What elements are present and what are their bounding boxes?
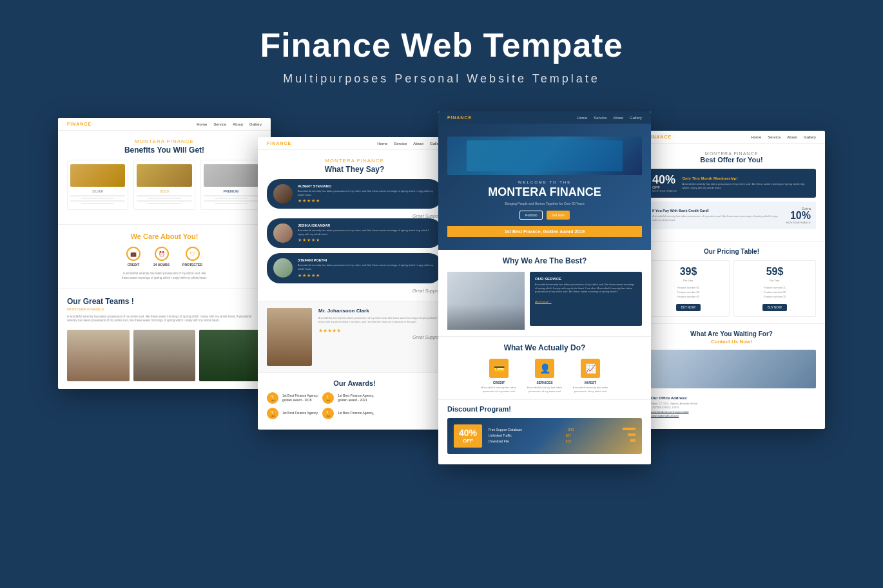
mock3-wedo-heading: What We Actually Do? bbox=[447, 343, 642, 352]
mock2-text-3: A wonderful serenity has taken possessio… bbox=[298, 263, 436, 270]
mock3-service-link[interactable]: More Detail → bbox=[535, 300, 552, 303]
mock3-subtitle: Bringing People and Homes Together for O… bbox=[447, 202, 642, 205]
mock3-discount-bar-2 bbox=[628, 433, 636, 436]
mock1-teams-heading: Our Great Teams ! bbox=[67, 297, 262, 306]
mock4-price-2: 59$ bbox=[739, 266, 810, 278]
mock2-profile-stars: ★★★★★ bbox=[318, 328, 442, 334]
mock1-care-hours: ⏰ 24 HOURS bbox=[153, 247, 170, 267]
mock2-award-3-text: 1st Best Finance Agency, bbox=[282, 411, 318, 415]
mock4-contact-sub: Contact Us Now! bbox=[647, 339, 816, 345]
mock4-buy-btn-1[interactable]: BUY NOW! bbox=[676, 304, 701, 311]
mock4-nav-about[interactable]: About bbox=[787, 135, 797, 139]
invest-box-icon: 📈 bbox=[581, 359, 600, 378]
mock3-credit-text: A wonderful serenity has taken possessio… bbox=[481, 386, 517, 393]
mock3-nav-links: Home Service About Gallery bbox=[577, 116, 642, 120]
mock3-nav-about[interactable]: About bbox=[613, 116, 623, 120]
mock1-benefit-silver: SILVER bbox=[67, 160, 128, 210]
mock1-nav-service[interactable]: Service bbox=[213, 122, 226, 126]
hours-icon: ⏰ bbox=[155, 247, 169, 261]
mock1-protected-label: PROTECTED bbox=[182, 263, 202, 267]
mock1-benefit-gold: GOLD bbox=[133, 160, 195, 210]
mock2-nav-service[interactable]: Service bbox=[394, 142, 407, 146]
mock4-offer-1-title: Only This Month Membership! bbox=[682, 176, 811, 180]
mock1-nav-links: Home Service About Gallery bbox=[197, 122, 262, 126]
mock3-discount-percent: 40% bbox=[459, 428, 477, 438]
mock2-name-1: ALBERT STEVIANO bbox=[298, 184, 436, 188]
mock4-offer-title: MONTERA FINANCE bbox=[647, 151, 816, 156]
screenshots-container: FINANCE Home Service About Gallery MONTE… bbox=[0, 105, 883, 477]
mock4-pricing-cards: 39$ Per Year Feature number 01 Feature n… bbox=[647, 260, 816, 317]
mock3-getnow-btn[interactable]: Get Now bbox=[547, 211, 569, 220]
mock4-contact: What Are You Waiting For? Contact Us Now… bbox=[638, 324, 825, 429]
mock4-pricing: Our Pricing Table! 39$ Per Year Feature … bbox=[638, 242, 825, 323]
mock3-wedo-icons: 💳 CREDIT A wonderful serenity has taken … bbox=[447, 359, 642, 393]
mock3-wedo-invest: 📈 INVEST A wonderful serenity has taken … bbox=[573, 359, 608, 393]
mock1-team-photos bbox=[67, 330, 262, 381]
mock4-office-web2[interactable]: www.mydomale123.com bbox=[651, 414, 812, 418]
mock1-nav: FINANCE Home Service About Gallery bbox=[58, 118, 271, 131]
mock3-discount-bar-1 bbox=[623, 428, 636, 430]
mock3-discount-price-3: $13 bbox=[566, 439, 571, 443]
mock4-nav-gallery[interactable]: Gallery bbox=[804, 135, 816, 139]
mock4-nav-service[interactable]: Service bbox=[768, 135, 781, 139]
mock2-award-1-text: 1st Best Finance Agency,golden award - 2… bbox=[282, 394, 318, 403]
mock3-discount-label-3: Download File bbox=[489, 439, 509, 443]
mock1-benefit-premium: PREMIUM bbox=[200, 160, 262, 210]
mock1-nav-home[interactable]: Home bbox=[197, 122, 207, 126]
mock2-awards-heading: Our Awards! bbox=[267, 379, 442, 387]
mock3-discount-price-2: $07 bbox=[566, 433, 571, 437]
mock4-office-details: Stare, CT 0311, Virginia, Amanda Serika … bbox=[651, 402, 812, 419]
mock1-brand: FINANCE bbox=[67, 122, 92, 126]
mock3-nav-gallery[interactable]: Gallery bbox=[630, 116, 642, 120]
mock2-profile-name: Mr. Johansoon Clark bbox=[318, 308, 442, 314]
mock4-period-1: Per Year bbox=[653, 279, 724, 282]
mock1-care: We Care About You! 💼 CREDIT ⏰ 24 HOURS 🛡… bbox=[58, 225, 271, 289]
mock1-care-text: A wonderful serenity has taken possessio… bbox=[67, 272, 262, 281]
mock4-feature-1-2: Feature number 02 bbox=[653, 290, 724, 294]
mock3-services-label: SERVICES bbox=[527, 381, 563, 384]
mock4-offer-heading: Best Offer for You! bbox=[647, 156, 816, 164]
credit-box-icon: 💳 bbox=[489, 359, 509, 378]
mock3-discount-item-1: Free Support Database $40 bbox=[489, 428, 636, 432]
mock2-stars-1: ★★★★★ bbox=[298, 198, 436, 204]
mock1-credit-label: CREDIT bbox=[126, 263, 141, 267]
mock2-nav-home[interactable]: Home bbox=[377, 142, 387, 146]
mock4-contact-img bbox=[647, 350, 816, 388]
mock2-awards: Our Awards! 🏆 1st Best Finance Agency,go… bbox=[258, 373, 451, 430]
mock4-feature-2-2: Feature number 02 bbox=[739, 290, 810, 294]
mock1-care-icons: 💼 CREDIT ⏰ 24 HOURS 🛡 PROTECTED bbox=[67, 247, 262, 267]
mock4-nav-home[interactable]: Home bbox=[751, 135, 761, 139]
mock1-nav-about[interactable]: About bbox=[233, 122, 243, 126]
mock3-hero-btns: Portfolio Get Now bbox=[447, 211, 642, 220]
mock3-portfolio-btn[interactable]: Portfolio bbox=[519, 211, 543, 220]
mock1-silver-label: SILVER bbox=[70, 189, 125, 193]
mock2-nav-about[interactable]: About bbox=[413, 142, 423, 146]
mock2-trophy-1: 🏆 bbox=[267, 392, 278, 404]
mock2-avatar-2 bbox=[273, 223, 293, 243]
mock4-price-1: 39$ bbox=[653, 266, 724, 278]
mock1-benefits: MONTERA FINANCE Benefits You Will Get! S… bbox=[58, 131, 271, 224]
mock3-wedo-credit: 💳 CREDIT A wonderful serenity has taken … bbox=[481, 359, 517, 393]
mock4-offer-card-2: If You Pay With Bank Credit Card! A wond… bbox=[647, 202, 816, 229]
mock3-service-heading: OUR SERVICE bbox=[535, 277, 637, 281]
mock4-offer-2-text: A wonderful serenity has taken possessio… bbox=[652, 214, 781, 222]
mock3-nav-service[interactable]: Service bbox=[594, 116, 606, 120]
mock1-teams: Our Great Teams ! MONTERA FINANCE A wond… bbox=[58, 289, 271, 390]
mock2-trophy-3: 🏆 bbox=[267, 408, 278, 419]
mockup-3: FINANCE Home Service About Gallery WELCO… bbox=[438, 111, 651, 464]
mock4-buy-btn-2[interactable]: BUY NOW! bbox=[762, 304, 788, 311]
mock2-award-3: 🏆 1st Best Finance Agency, 🏆 1st Best Fi… bbox=[267, 408, 442, 419]
mock1-nav-gallery[interactable]: Gallery bbox=[249, 122, 262, 126]
credit-icon: 💼 bbox=[126, 247, 141, 261]
mock2-heading: What They Say? bbox=[267, 165, 442, 174]
mock3-discount-card: 40% OFF Free Support Database $40 Unlimi… bbox=[447, 418, 642, 454]
page-subtitle: Multipurposes Personal Website Template bbox=[13, 72, 870, 86]
mock2-testimonial-2-content: JESIKA ISKANDAR A wonderful serenity has… bbox=[298, 223, 436, 243]
mock2-testimonial-1-content: ALBERT STEVIANO A wonderful serenity has… bbox=[298, 184, 436, 204]
mock3-nav-home[interactable]: Home bbox=[577, 116, 587, 120]
mock3-wedo: What We Actually Do? 💳 CREDIT A wonderfu… bbox=[438, 337, 651, 399]
mock3-services-text: A wonderful serenity has taken possessio… bbox=[527, 386, 563, 393]
mock1-gold-label: GOLD bbox=[137, 189, 191, 193]
mock4-offer-percent-1: 40% bbox=[652, 174, 677, 185]
mock4-pricing-card-2: 59$ Per Year Feature number 01 Feature n… bbox=[733, 260, 816, 317]
